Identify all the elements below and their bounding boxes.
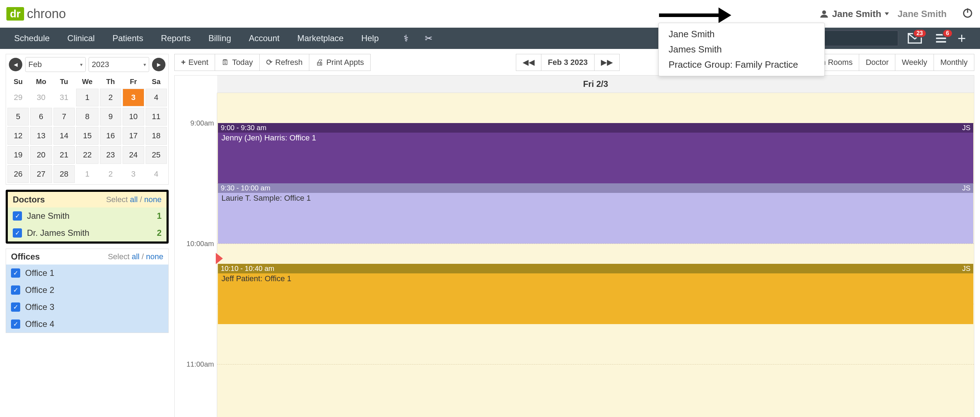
print-icon: 🖨: [316, 58, 323, 67]
next-month-button[interactable]: ▶: [152, 58, 165, 71]
doctors-select-all[interactable]: all: [130, 195, 138, 204]
appointment-event[interactable]: 9:30 - 10:00 amJSLaurie T. Sample: Offic…: [218, 183, 973, 244]
mini-cal-day[interactable]: 23: [100, 146, 121, 164]
view-doctor-tab[interactable]: Doctor: [859, 54, 895, 71]
scissors-icon[interactable]: ✂: [425, 33, 433, 44]
appointment-event[interactable]: 9:00 - 9:30 amJSJenny (Jen) Harris: Offi…: [218, 123, 973, 183]
mini-cal-day[interactable]: 11: [146, 108, 167, 126]
prev-month-button[interactable]: ◀: [9, 58, 22, 71]
nav-patients[interactable]: Patients: [112, 34, 143, 43]
nav-reports[interactable]: Reports: [161, 34, 191, 43]
power-icon[interactable]: [962, 8, 973, 21]
mini-cal-day[interactable]: 24: [123, 146, 144, 164]
date-next-button[interactable]: ▶▶: [594, 54, 620, 71]
mini-cal-day[interactable]: 10: [123, 108, 144, 126]
mini-cal-day[interactable]: 12: [8, 127, 29, 145]
mini-cal-day[interactable]: 21: [54, 146, 75, 164]
mini-cal-day[interactable]: 13: [30, 127, 52, 145]
mini-cal-day[interactable]: 1: [76, 165, 99, 183]
mini-cal-day[interactable]: 15: [76, 127, 99, 145]
offices-select-all[interactable]: all: [132, 252, 140, 261]
user-dropdown-item[interactable]: Jane Smith: [659, 27, 824, 42]
mini-cal-day[interactable]: 18: [146, 127, 167, 145]
mini-cal-day[interactable]: 29: [8, 89, 29, 106]
mini-cal-day[interactable]: 14: [54, 127, 75, 145]
messages-button[interactable]: 23: [905, 30, 924, 46]
office-row[interactable]: ✓Office 3: [6, 299, 168, 316]
mini-cal-day[interactable]: 8: [76, 108, 99, 126]
mini-cal-day[interactable]: 31: [54, 89, 75, 106]
office-row[interactable]: ✓Office 2: [6, 281, 168, 299]
user-dropdown-item[interactable]: James Smith: [659, 42, 824, 57]
mini-cal-day[interactable]: 19: [8, 146, 29, 164]
mini-cal-day[interactable]: 2: [100, 89, 121, 106]
nav-account[interactable]: Account: [249, 34, 280, 43]
mini-cal-day[interactable]: 26: [8, 165, 29, 183]
add-button[interactable]: +: [958, 30, 966, 46]
mini-cal-day[interactable]: 17: [123, 127, 144, 145]
date-title[interactable]: Feb 3 2023: [541, 54, 594, 71]
mini-cal-day[interactable]: 28: [54, 165, 75, 183]
checkbox-icon[interactable]: ✓: [13, 211, 22, 220]
mini-cal-day[interactable]: 20: [30, 146, 52, 164]
offices-select-none[interactable]: none: [146, 252, 163, 261]
mini-cal-day[interactable]: 27: [30, 165, 52, 183]
checkbox-icon[interactable]: ✓: [11, 268, 20, 278]
mini-cal-day[interactable]: 16: [100, 127, 121, 145]
doctors-select-none[interactable]: none: [144, 195, 162, 204]
month-select[interactable]: Feb▾: [25, 57, 86, 72]
view-monthly-tab[interactable]: Monthly: [934, 54, 974, 71]
date-prev-button[interactable]: ◀◀: [516, 54, 541, 71]
caduceus-icon[interactable]: ⚕: [404, 33, 409, 44]
year-select[interactable]: 2023▾: [89, 57, 149, 72]
search-input[interactable]: [817, 30, 898, 46]
view-weekly-tab[interactable]: Weekly: [895, 54, 934, 71]
nav-billing[interactable]: Billing: [208, 34, 231, 43]
brand-suffix: chrono: [27, 6, 66, 21]
day-header: Fri 2/3: [217, 75, 974, 93]
tasks-button[interactable]: 6: [931, 30, 951, 46]
user-icon: [819, 9, 829, 18]
user-dropdown-item[interactable]: Practice Group: Family Practice: [659, 57, 824, 72]
office-name: Office 3: [25, 302, 54, 312]
mini-cal-day[interactable]: 7: [54, 108, 75, 126]
office-name: Office 4: [25, 319, 54, 329]
print-button[interactable]: 🖨Print Appts: [309, 54, 371, 71]
brand-prefix: dr: [6, 7, 24, 21]
mini-cal-day[interactable]: 1: [76, 89, 99, 106]
add-event-button[interactable]: +Event: [174, 54, 215, 71]
mini-cal-day[interactable]: 9: [100, 108, 121, 126]
time-label: 10:00am: [186, 240, 214, 248]
mini-cal-day[interactable]: 25: [146, 146, 167, 164]
doctor-row[interactable]: ✓Dr. James Smith2: [8, 224, 167, 241]
mini-cal-day[interactable]: 4: [146, 165, 167, 183]
nav-schedule[interactable]: Schedule: [14, 34, 49, 43]
mini-cal-day[interactable]: 3: [123, 165, 144, 183]
nav-marketplace[interactable]: Marketplace: [297, 34, 344, 43]
mini-cal-day[interactable]: 4: [146, 89, 167, 106]
mini-cal-day[interactable]: 30: [30, 89, 52, 106]
day-column[interactable]: 9:00 - 9:30 amJSJenny (Jen) Harris: Offi…: [217, 93, 974, 417]
nav-clinical[interactable]: Clinical: [67, 34, 95, 43]
mini-cal-day[interactable]: 6: [30, 108, 52, 126]
checkbox-icon[interactable]: ✓: [11, 286, 20, 295]
office-row[interactable]: ✓Office 4: [6, 316, 168, 332]
refresh-button[interactable]: ⟳Refresh: [259, 54, 309, 71]
checkbox-icon[interactable]: ✓: [11, 320, 20, 329]
mini-cal-day[interactable]: 3: [123, 89, 144, 106]
brand-logo[interactable]: dr chrono: [6, 6, 66, 21]
today-button[interactable]: 🗓Today: [215, 54, 259, 71]
nav-help[interactable]: Help: [361, 34, 379, 43]
office-row[interactable]: ✓Office 1: [6, 265, 168, 281]
mini-cal-day[interactable]: 22: [76, 146, 99, 164]
checkbox-icon[interactable]: ✓: [11, 302, 20, 312]
checkbox-icon[interactable]: ✓: [13, 228, 22, 238]
mini-cal-day[interactable]: 5: [8, 108, 29, 126]
mini-calendar: ◀ Feb▾ 2023▾ ▶ SuMoTuWeThFrSa29303112345…: [6, 54, 169, 185]
doctor-row[interactable]: ✓Jane Smith1: [8, 208, 167, 224]
doctor-name: Dr. James Smith: [27, 228, 89, 238]
user-menu-button[interactable]: Jane Smith: [819, 8, 889, 19]
mini-cal-day[interactable]: 2: [100, 165, 121, 183]
appointment-event[interactable]: 10:10 - 10:40 amJSJeff Patient: Office 1: [218, 264, 973, 324]
event-tag: JS: [962, 265, 970, 273]
